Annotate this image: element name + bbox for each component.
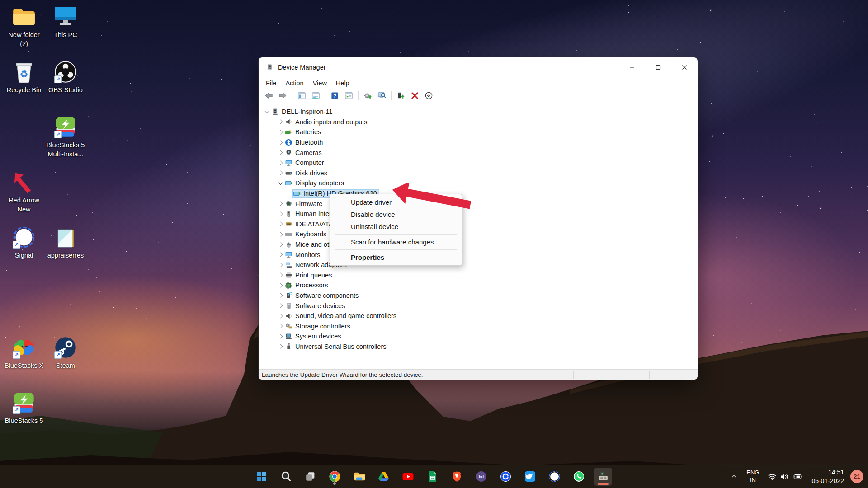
taskbar-brave-button[interactable]: [448, 468, 466, 486]
chevron-collapsed-icon[interactable]: [276, 118, 285, 126]
notification-badge[interactable]: 21: [850, 470, 863, 483]
tree-item[interactable]: Display adapters: [259, 178, 698, 188]
context-menu-uninstall-device[interactable]: Uninstall device: [330, 221, 462, 233]
tree-item[interactable]: Universal Serial Bus controllers: [259, 342, 698, 352]
tree-item[interactable]: Processors: [259, 280, 698, 291]
toolbar-device-update-button[interactable]: [394, 90, 407, 101]
tree-item[interactable]: Monitors: [259, 249, 698, 260]
toolbar-back-button[interactable]: [262, 90, 275, 101]
toolbar-forward-button[interactable]: [276, 90, 289, 101]
chevron-collapsed-icon[interactable]: [276, 230, 285, 238]
tree-item[interactable]: Computer: [259, 158, 698, 168]
tree-item[interactable]: Network adapters: [259, 260, 698, 270]
toolbar-properties-button[interactable]: [309, 90, 322, 101]
desktop-icon-bluestacks-x[interactable]: ↗BlueStacks X: [4, 335, 44, 370]
chevron-expanded-icon[interactable]: [276, 179, 285, 187]
chevron-collapsed-icon[interactable]: [276, 282, 285, 289]
chevron-collapsed-icon[interactable]: [276, 149, 285, 156]
context-menu-properties[interactable]: Properties: [330, 251, 462, 263]
desktop-icon-bluestacks5-multi[interactable]: ↗BlueStacks 5 Multi-Insta...: [45, 115, 86, 159]
toolbar-scan-hardware-button[interactable]: [375, 90, 388, 101]
tree-item[interactable]: Firmware: [259, 198, 698, 209]
tree-item[interactable]: IDE ATA/ATAPI controllers: [259, 219, 698, 230]
chevron-collapsed-icon[interactable]: [276, 343, 285, 350]
tree-item[interactable]: Batteries: [259, 127, 698, 137]
taskbar-task-view-button[interactable]: [301, 468, 319, 486]
desktop-icon-new-folder-2[interactable]: New folder (2): [4, 5, 44, 49]
taskbar-start-button[interactable]: [252, 468, 270, 486]
toolbar-disable-device-button[interactable]: [422, 90, 435, 101]
close-button[interactable]: [671, 58, 698, 76]
taskbar-google-drive-button[interactable]: [374, 468, 392, 486]
toolbar-update-driver-button[interactable]: [361, 90, 374, 101]
taskbar-chrome-button[interactable]: [326, 468, 344, 486]
taskbar-bit-app-button[interactable]: bit: [472, 468, 490, 486]
tree-item[interactable]: Storage controllers: [259, 321, 698, 331]
tree-item[interactable]: Disk drives: [259, 168, 698, 178]
tree-item[interactable]: Cameras: [259, 147, 698, 158]
toolbar-show-window-button[interactable]: [342, 90, 355, 101]
tray-chevron-up-icon[interactable]: [727, 468, 741, 486]
desktop-icon-appraiserres[interactable]: appraiserres: [45, 225, 86, 260]
tree-item[interactable]: Audio inputs and outputs: [259, 117, 698, 127]
chevron-collapsed-icon[interactable]: [276, 272, 285, 279]
tree-item[interactable]: Keyboards: [259, 229, 698, 239]
taskbar-signal-button[interactable]: [545, 468, 563, 486]
chevron-collapsed-icon[interactable]: [276, 333, 285, 340]
menu-file[interactable]: File: [261, 80, 281, 87]
tree-item[interactable]: Human Interface Devices: [259, 209, 698, 219]
tree-item[interactable]: Mice and other pointing devices: [259, 239, 698, 250]
toolbar-console-panel-button[interactable]: [295, 90, 308, 101]
desktop-icon-red-arrow-new[interactable]: Red Arrow New: [4, 170, 44, 214]
chevron-collapsed-icon[interactable]: [276, 128, 285, 136]
chevron-collapsed-icon[interactable]: [276, 241, 285, 248]
taskbar-whatsapp-button[interactable]: [570, 468, 588, 486]
chevron-collapsed-icon[interactable]: [276, 169, 285, 177]
chevron-collapsed-icon[interactable]: [276, 210, 285, 217]
taskbar-google-sheets-button[interactable]: [423, 468, 441, 486]
tray-status-icons[interactable]: [765, 473, 805, 480]
tree-item[interactable]: Sound, video and game controllers: [259, 311, 698, 321]
tree-item[interactable]: Software devices: [259, 300, 698, 311]
toolbar-uninstall-device-button[interactable]: [408, 90, 421, 101]
context-menu-update-driver[interactable]: Update driver: [330, 196, 462, 208]
chevron-collapsed-icon[interactable]: [276, 139, 285, 146]
chevron-collapsed-icon[interactable]: [276, 159, 285, 166]
clock[interactable]: 14:51 05-01-2022: [811, 468, 844, 484]
menu-action[interactable]: Action: [281, 80, 308, 87]
tree-item[interactable]: DELL-Inspiron-11: [259, 107, 698, 117]
context-menu-disable-device[interactable]: Disable device: [330, 208, 462, 221]
desktop-icon-steam[interactable]: ↗Steam: [45, 335, 86, 370]
chevron-collapsed-icon[interactable]: [276, 261, 285, 268]
maximize-button[interactable]: [645, 58, 671, 76]
minimize-button[interactable]: [619, 58, 645, 76]
menu-view[interactable]: View: [308, 80, 331, 87]
desktop-icon-signal[interactable]: ↗Signal: [4, 225, 44, 260]
menu-help[interactable]: Help: [331, 80, 354, 87]
taskbar-device-manager-button[interactable]: [594, 468, 612, 486]
tree-item[interactable]: Bluetooth: [259, 137, 698, 148]
taskbar-file-explorer-button[interactable]: [350, 468, 368, 486]
tree-item[interactable]: Software components: [259, 291, 698, 301]
chevron-collapsed-icon[interactable]: [276, 292, 285, 299]
taskbar-search-button[interactable]: [277, 468, 295, 486]
context-menu-scan-for-hardware-changes[interactable]: Scan for hardware changes: [330, 236, 462, 248]
taskbar-twitter-button[interactable]: [521, 468, 539, 486]
language-indicator[interactable]: ENG IN: [743, 469, 762, 484]
tree-item[interactable]: Intel(R) HD Graphics 620: [259, 188, 698, 199]
chevron-collapsed-icon[interactable]: [276, 323, 285, 330]
tree-item[interactable]: System devices: [259, 331, 698, 342]
desktop-icon-this-pc[interactable]: This PC: [45, 5, 86, 39]
desktop-icon-obs-studio[interactable]: ↗OBS Studio: [45, 60, 86, 94]
chevron-collapsed-icon[interactable]: [276, 251, 285, 258]
chevron-expanded-icon[interactable]: [262, 108, 271, 115]
desktop-icon-recycle-bin[interactable]: ♻Recycle Bin: [4, 60, 44, 94]
chevron-collapsed-icon[interactable]: [276, 312, 285, 319]
chevron-collapsed-icon[interactable]: [276, 221, 285, 228]
tree-item[interactable]: Print queues: [259, 270, 698, 281]
taskbar-coinbase-button[interactable]: [496, 468, 514, 486]
chevron-collapsed-icon[interactable]: [276, 302, 285, 310]
chevron-collapsed-icon[interactable]: [276, 200, 285, 207]
taskbar-youtube-button[interactable]: [399, 468, 417, 486]
toolbar-help-button[interactable]: ?: [328, 90, 341, 101]
